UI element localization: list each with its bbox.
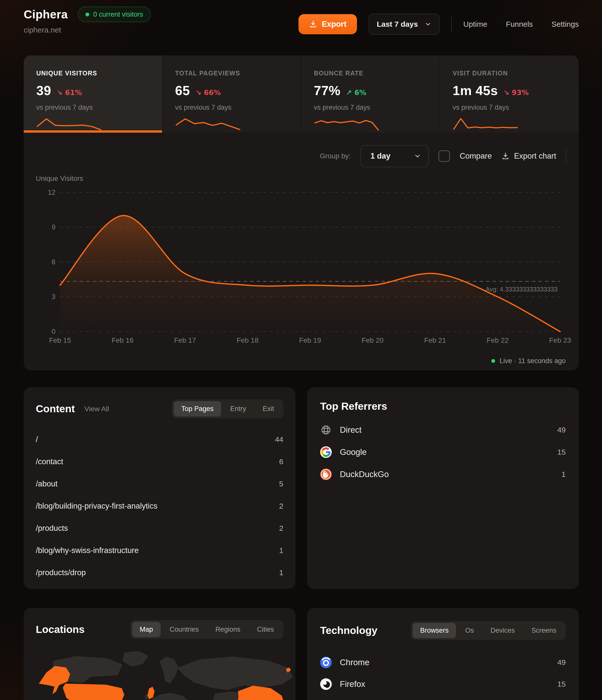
top-referrers-panel: Top Referrers Direct 49 Google 15	[307, 387, 579, 589]
export-chart-button[interactable]: Export chart	[501, 152, 556, 160]
main-nav: Uptime Funnels Settings	[463, 20, 579, 28]
controls-separator	[566, 150, 566, 162]
live-dot-icon	[491, 359, 495, 363]
world-map[interactable]	[24, 646, 296, 700]
tab-regions[interactable]: Regions	[208, 622, 248, 637]
content-row[interactable]: /products2	[36, 517, 283, 540]
export-button[interactable]: Export	[299, 14, 357, 34]
svg-text:Avg: 4.333333333333333: Avg: 4.333333333333333	[485, 286, 558, 293]
stat-value: 65	[175, 83, 190, 98]
chrome-icon	[320, 657, 332, 668]
stat-value: 77%	[314, 83, 341, 98]
group-by-value: 1 day	[370, 152, 390, 160]
svg-text:Feb 18: Feb 18	[236, 336, 258, 344]
referrers-title: Top Referrers	[320, 400, 387, 412]
svg-text:Feb 17: Feb 17	[174, 336, 196, 344]
stats-row: UNIQUE VISITORS 39 ↘ 61% vs previous 7 d…	[24, 55, 579, 129]
technology-row[interactable]: Chrome 49	[320, 652, 566, 673]
tab-cities[interactable]: Cities	[249, 622, 282, 637]
svg-text:12: 12	[48, 189, 55, 196]
content-row[interactable]: /contact6	[36, 451, 283, 473]
tab-screens[interactable]: Screens	[524, 623, 564, 638]
date-range-dropdown[interactable]: Last 7 days	[369, 14, 440, 35]
stat-label: BOUNCE RATE	[314, 70, 440, 77]
svg-text:Unique Visitors: Unique Visitors	[36, 175, 83, 182]
main-chart[interactable]: 036912Avg: 4.333333333333333Unique Visit…	[34, 172, 569, 349]
export-label: Export	[322, 20, 346, 29]
stat-compare-note: vs previous 7 days	[36, 104, 162, 111]
svg-text:0: 0	[52, 328, 55, 335]
content-row[interactable]: /blog/why-swiss-infrastructure1	[36, 540, 283, 561]
download-icon	[501, 152, 509, 160]
technology-tabs: Browsers Os Devices Screens	[411, 621, 566, 640]
stat-label: TOTAL PAGEVIEWS	[175, 70, 301, 77]
locations-title: Locations	[36, 624, 85, 635]
current-visitors-badge: 0 current visitors	[78, 6, 151, 22]
nav-funnels[interactable]: Funnels	[506, 20, 533, 28]
live-status-text: Live · 11 seconds ago	[500, 357, 566, 365]
stat-compare-note: vs previous 7 days	[453, 104, 579, 111]
stat-delta-down: ↘ 66%	[195, 89, 221, 97]
stat-card-unique-visitors[interactable]: UNIQUE VISITORS 39 ↘ 61% vs previous 7 d…	[24, 55, 162, 133]
svg-text:Feb 15: Feb 15	[49, 336, 71, 344]
tab-map[interactable]: Map	[132, 622, 160, 637]
nav-settings[interactable]: Settings	[552, 20, 579, 28]
compare-label: Compare	[459, 152, 492, 160]
stat-card-bounce-rate[interactable]: BOUNCE RATE 77% ↗ 6% vs previous 7 days	[301, 55, 440, 133]
brand-block: Ciphera 0 current visitors ciphera.net	[24, 6, 151, 34]
stat-delta-down: ↘ 93%	[503, 89, 529, 97]
svg-text:3: 3	[52, 293, 55, 301]
referrer-row[interactable]: DuckDuckGo 1	[320, 463, 566, 485]
stat-card-total-pageviews[interactable]: TOTAL PAGEVIEWS 65 ↘ 66% vs previous 7 d…	[162, 55, 301, 133]
download-icon	[309, 20, 317, 28]
stat-card-visit-duration[interactable]: VISIT DURATION 1m 45s ↘ 93% vs previous …	[440, 55, 579, 133]
chart-section: Group by: 1 day Compare Export chart 036…	[24, 129, 579, 370]
content-row[interactable]: /about5	[36, 473, 283, 495]
date-range-value: Last 7 days	[377, 20, 418, 28]
compare-checkbox[interactable]	[438, 150, 450, 162]
stat-label: UNIQUE VISITORS	[36, 70, 162, 77]
content-row[interactable]: /products/drop1	[36, 561, 283, 584]
technology-row-partial[interactable]	[320, 695, 566, 700]
tab-top-pages[interactable]: Top Pages	[174, 401, 221, 417]
stat-compare-note: vs previous 7 days	[175, 104, 301, 111]
locations-panel: Locations Map Countries Regions Cities	[24, 608, 296, 700]
header: Ciphera 0 current visitors ciphera.net E…	[24, 6, 579, 35]
locations-tabs: Map Countries Regions Cities	[130, 620, 283, 639]
content-panel: Content View All Top Pages Entry Exit /4…	[24, 387, 296, 589]
tab-os[interactable]: Os	[457, 623, 481, 638]
referrer-rows: Direct 49 Google 15	[320, 419, 566, 485]
svg-text:9: 9	[52, 223, 55, 231]
stat-delta-down: ↘ 61%	[57, 89, 82, 97]
nav-uptime[interactable]: Uptime	[463, 20, 487, 28]
group-by-label: Group by:	[320, 152, 351, 160]
group-by-dropdown[interactable]: 1 day	[360, 145, 429, 167]
stat-value: 1m 45s	[453, 83, 498, 98]
stat-delta-up: ↗ 6%	[346, 89, 367, 97]
tab-countries[interactable]: Countries	[162, 622, 206, 637]
chevron-down-icon	[414, 152, 421, 160]
firefox-icon	[320, 678, 332, 690]
live-visitors-dot-icon	[85, 12, 89, 17]
tab-exit[interactable]: Exit	[255, 401, 282, 417]
content-row[interactable]: /blog/building-privacy-first-analytics2	[36, 495, 283, 517]
referrer-row[interactable]: Direct 49	[320, 419, 566, 441]
technology-title: Technology	[320, 625, 377, 636]
referrer-row[interactable]: Google 15	[320, 441, 566, 463]
stat-value: 39	[36, 83, 51, 98]
svg-text:Feb 20: Feb 20	[361, 336, 383, 344]
site-domain: ciphera.net	[24, 26, 151, 34]
analytics-panel: UNIQUE VISITORS 39 ↘ 61% vs previous 7 d…	[24, 55, 579, 370]
stat-compare-note: vs previous 7 days	[314, 104, 440, 111]
view-all-link[interactable]: View All	[84, 405, 109, 413]
tab-browsers[interactable]: Browsers	[413, 623, 456, 638]
tab-devices[interactable]: Devices	[483, 623, 522, 638]
header-separator	[451, 17, 452, 31]
content-row[interactable]: /44	[36, 428, 283, 451]
app-title: Ciphera	[24, 8, 68, 21]
svg-text:Feb 19: Feb 19	[299, 336, 321, 344]
technology-row[interactable]: Firefox 15	[320, 673, 566, 695]
tab-entry[interactable]: Entry	[223, 401, 254, 417]
svg-text:6: 6	[52, 258, 55, 266]
svg-text:Feb 16: Feb 16	[111, 336, 133, 344]
